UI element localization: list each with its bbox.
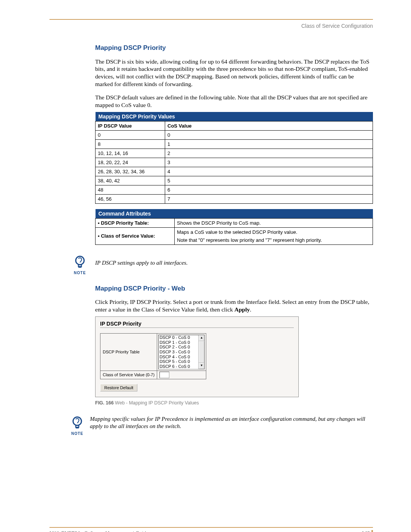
table-row: 00 [96,130,373,139]
list-item[interactable]: DSCP 4 - CoS 0 [159,355,198,359]
note-label: NOTE [68,271,91,275]
cos-value-input[interactable] [159,372,169,378]
para-2: The DSCP default values are defined in t… [95,94,373,109]
attr-label: • Class of Service Value: [98,233,155,239]
note-label: NOTE [68,431,86,436]
heading-mapping-dscp: Mapping DSCP Priority [95,44,373,52]
table-row: 81 [96,139,373,149]
scrollbar[interactable]: ▲ ▼ [198,335,204,369]
attr-desc: Shows the DSCP Priority to CoS map. [175,218,373,227]
table-row: 18, 20, 22, 243 [96,158,373,167]
heading-mapping-dscp-web: Mapping DSCP Priority - Web [95,285,373,292]
figure-caption: FIG. 166 Web - Mapping IP DSCP Priority … [95,400,373,406]
table-command-attributes: Command Attributes • DSCP Priority Table… [95,209,373,245]
footer-title: NXA-ENET24 - Software Management Guide [49,530,149,532]
list-item[interactable]: DSCP 6 - CoS 0 [159,364,198,369]
table-row: • DSCP Priority Table: Shows the DSCP Pr… [96,218,373,227]
scroll-thumb[interactable] [199,341,204,363]
attr-desc: Maps a CoS value to the selected DSCP Pr… [177,229,370,235]
scroll-down-icon[interactable]: ▼ [199,363,204,369]
list-item[interactable]: DSCP 3 - CoS 0 [159,350,198,355]
table-row: 26, 28, 30, 32, 34, 364 [96,167,373,176]
col-ip-dscp: IP DSCP Value [96,121,165,130]
table-row: • Class of Service Value: Maps a CoS val… [96,227,373,244]
svg-rect-1 [78,265,81,267]
para-1: The DSCP is six bits wide, allowing codi… [95,58,373,88]
list-item[interactable]: DSCP 5 - CoS 0 [159,359,198,364]
field-label-cos-value: Class of Service Value (0-7) [100,371,157,379]
field-label-dscp-table: DSCP Priority Table [100,334,157,371]
svg-rect-4 [76,425,79,427]
note-text: IP DSCP settings apply to all interfaces… [95,259,188,267]
attr-label: • DSCP Priority Table: [98,220,149,226]
list-item[interactable]: DSCP 0 - CoS 0 [159,335,198,340]
table-row: 46, 567 [96,194,373,203]
table-dscp-values: Mapping DSCP Priority Values IP DSCP Val… [95,112,373,204]
restore-default-button[interactable]: Restore Default [100,384,137,391]
attr-desc-2: Note that "0" represents low priority an… [177,237,370,243]
list-item[interactable]: DSCP 2 - CoS 0 [159,345,198,350]
dscp-priority-listbox[interactable]: DSCP 0 - CoS 0 DSCP 1 - CoS 0 DSCP 2 - C… [158,335,205,369]
table-row: 38, 40, 425 [96,176,373,185]
table-row: 10, 12, 14, 162 [96,149,373,158]
page-header-section: Class of Service Configuration [49,23,373,29]
table-row: 486 [96,185,373,194]
page-number: 143 [362,530,373,532]
scroll-up-icon[interactable]: ▲ [199,335,204,341]
note-text: Mapping specific values for IP Precedenc… [90,415,373,430]
screenshot-title: IP DSCP Priority [100,321,294,327]
note-icon: NOTE [68,415,86,436]
col-cos: CoS Value [165,121,373,130]
table-title: Command Attributes [96,209,373,219]
screenshot-ip-dscp-priority: IP DSCP Priority DSCP Priority Table DSC… [95,316,299,397]
list-item[interactable]: DSCP 1 - CoS 0 [159,340,198,345]
para-web: Click Priority, IP DSCP Priority. Select… [95,298,373,313]
table-title: Mapping DSCP Priority Values [96,112,373,121]
note-icon: NOTE [68,255,91,275]
